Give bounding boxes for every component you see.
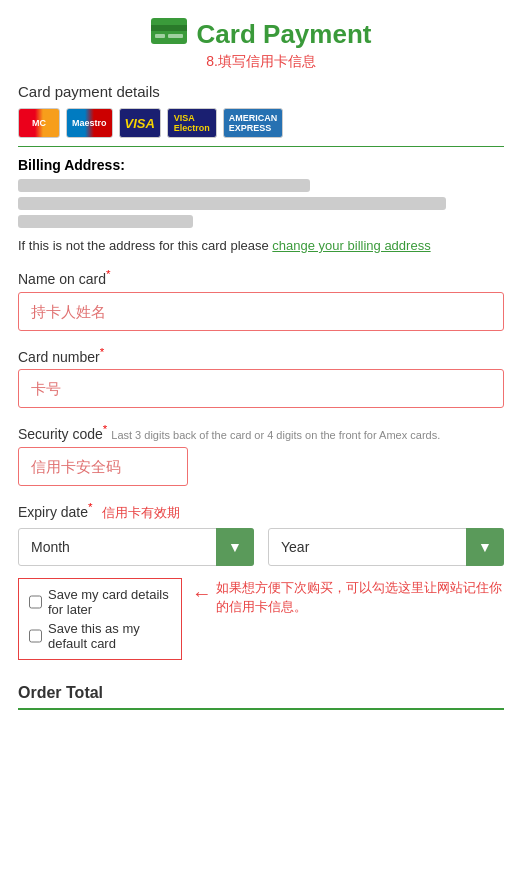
default-card-checkbox[interactable] bbox=[29, 629, 42, 643]
annotation-arrow: ← bbox=[192, 582, 212, 605]
blurred-line-3 bbox=[18, 215, 193, 228]
card-logos: MC Maestro VISA VISAElectron AMERICANEXP… bbox=[18, 108, 504, 138]
month-select-wrapper: Month 010203 040506 070809 101112 bbox=[18, 528, 254, 566]
change-address-text: If this is not the address for this card… bbox=[18, 238, 504, 253]
page-header: Card Payment 8.填写信用卡信息 bbox=[18, 18, 504, 71]
mastercard-logo: MC bbox=[18, 108, 60, 138]
expiry-selects: Month 010203 040506 070809 101112 Year 2… bbox=[18, 528, 504, 566]
blurred-line-2 bbox=[18, 197, 446, 210]
change-billing-address-link[interactable]: change your billing address bbox=[272, 238, 430, 253]
expiry-date-label: Expiry date* 信用卡有效期 bbox=[18, 500, 504, 522]
year-select-wrapper: Year 202420252026 202720282029 2030 bbox=[268, 528, 504, 566]
save-card-section: Save my card details for later Save this… bbox=[18, 578, 182, 660]
order-total-divider bbox=[18, 708, 504, 710]
annotation-block: ← 如果想方便下次购买，可以勾选这里让网站记住你的信用卡信息。 bbox=[192, 578, 504, 617]
amex-logo: AMERICANEXPRESS bbox=[223, 108, 284, 138]
default-card-label: Save this as my default card bbox=[48, 621, 171, 651]
page-title: Card Payment bbox=[18, 18, 504, 51]
card-number-label: Card number* bbox=[18, 345, 504, 365]
name-on-card-label: Name on card* bbox=[18, 267, 504, 287]
year-select[interactable]: Year 202420252026 202720282029 2030 bbox=[268, 528, 504, 566]
security-code-input[interactable] bbox=[18, 447, 188, 486]
card-payment-page: Card Payment 8.填写信用卡信息 Card payment deta… bbox=[0, 0, 522, 874]
name-on-card-input[interactable] bbox=[18, 292, 504, 331]
save-card-checkboxes: Save my card details for later Save this… bbox=[18, 578, 182, 668]
save-card-row: Save my card details for later bbox=[29, 587, 171, 617]
blurred-line-1 bbox=[18, 179, 310, 192]
svg-rect-3 bbox=[168, 34, 183, 38]
svg-rect-2 bbox=[155, 34, 165, 38]
expiry-date-section: Expiry date* 信用卡有效期 Month 010203 040506 … bbox=[18, 500, 504, 566]
page-subtitle: 8.填写信用卡信息 bbox=[18, 53, 504, 71]
security-code-section: Security code* Last 3 digits back of the… bbox=[18, 422, 504, 486]
card-payment-section-title: Card payment details bbox=[18, 83, 504, 100]
svg-rect-1 bbox=[151, 25, 187, 31]
save-card-annotation-area: Save my card details for later Save this… bbox=[18, 578, 504, 668]
security-code-label: Security code* Last 3 digits back of the… bbox=[18, 422, 504, 442]
security-code-note: Last 3 digits back of the card or 4 digi… bbox=[111, 429, 440, 441]
card-number-input[interactable] bbox=[18, 369, 504, 408]
visa-logo: VISA bbox=[119, 108, 161, 138]
month-select[interactable]: Month 010203 040506 070809 101112 bbox=[18, 528, 254, 566]
order-total-label: Order Total bbox=[18, 684, 504, 702]
annotation-text: 如果想方便下次购买，可以勾选这里让网站记住你的信用卡信息。 bbox=[216, 578, 504, 617]
card-icon bbox=[151, 18, 187, 51]
expiry-date-chinese: 信用卡有效期 bbox=[102, 505, 180, 520]
default-card-row: Save this as my default card bbox=[29, 621, 171, 651]
save-card-checkbox[interactable] bbox=[29, 595, 42, 609]
billing-address-label: Billing Address: bbox=[18, 157, 504, 173]
section-divider bbox=[18, 146, 504, 147]
save-card-label: Save my card details for later bbox=[48, 587, 171, 617]
visa-electron-logo: VISAElectron bbox=[167, 108, 217, 138]
maestro-logo: Maestro bbox=[66, 108, 113, 138]
billing-address-blurred bbox=[18, 179, 504, 228]
